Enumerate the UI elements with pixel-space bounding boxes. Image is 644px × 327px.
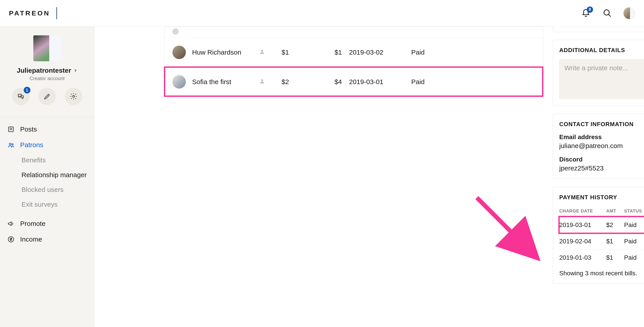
payment-row: 2019-02-04 $1 Paid REFUND [559,233,644,250]
patron-date: 2019-03-02 [349,48,400,56]
nav-blocked-users[interactable]: Blocked users [0,182,94,197]
search-icon [603,9,612,18]
payment-history-footer: Showing 3 most recent bills. [559,266,644,277]
account-avatar[interactable] [624,8,635,19]
svg-point-6 [9,143,11,145]
table-row[interactable]: Huw Richardson $1 $1 2019-03-02 Paid [164,37,543,67]
discord-value: jperez25#5523 [559,164,644,172]
patron-lifetime: $4 [326,78,342,86]
nav-benefits[interactable]: Benefits [0,153,94,168]
patron-avatar [172,46,186,59]
details-card-fragment [553,26,644,32]
nav-relationship-manager[interactable]: Relationship manager [0,168,94,182]
edit-button[interactable] [38,88,56,105]
sidebar-profile: Juliepatrontester Creator account 1 [0,35,94,110]
search-button[interactable] [602,8,613,18]
svg-point-10 [261,79,263,81]
email-label: Email address [559,134,602,141]
ph-amt: $2 [606,222,624,228]
nav-patrons-label: Patrons [20,141,43,149]
ph-status: Paid [624,254,644,261]
main: Huw Richardson $1 $1 2019-03-02 Paid Sof… [94,26,644,327]
brand[interactable]: PATREON [9,7,57,19]
ph-amt: $1 [606,254,624,261]
sidebar: Juliepatrontester Creator account 1 P [0,26,94,327]
patron-status: Paid [411,78,425,86]
settings-button[interactable] [65,88,82,105]
chat-badge: 1 [24,87,30,94]
patrons-icon [7,141,15,148]
ph-col-date: CHARGE DATE [559,208,606,214]
brand-divider [56,7,57,19]
details-panel: ADDITIONAL DETAILS Write a private note.… [553,40,644,284]
brand-word: PATREON [9,10,50,17]
gear-icon [70,92,77,100]
nav-promote[interactable]: Promote [0,216,94,232]
nav-posts[interactable]: Posts [0,122,94,137]
patron-avatar [172,28,179,35]
additional-details-card: ADDITIONAL DETAILS Write a private note.… [553,40,644,106]
notifications-badge: 8 [587,6,593,13]
ph-status: Paid [624,222,644,228]
nav-exit-surveys[interactable]: Exit surveys [0,197,94,212]
svg-point-0 [604,10,609,15]
creator-thumbnail[interactable] [33,35,61,61]
patron-lifetime: $1 [326,48,342,56]
profile-actions: 1 [12,88,82,105]
payment-row: 2019-03-01 $2 Paid REFUND [559,217,644,233]
ph-col-status: STATUS [624,208,644,214]
patron-pledge: $1 [282,48,326,56]
nav-income-label: Income [20,236,42,243]
person-icon [259,48,282,56]
megaphone-icon [7,220,15,227]
additional-details-title: ADDITIONAL DETAILS [559,47,644,54]
ph-col-amt: AMT [606,208,624,214]
patron-table: Huw Richardson $1 $1 2019-03-02 Paid Sof… [164,26,543,96]
payment-history-title: PAYMENT HISTORY [559,194,644,201]
patron-avatar [172,75,186,88]
topbar-right: 8 [580,8,635,19]
contact-info-title: CONTACT INFORMATION [559,121,644,128]
contact-info-card: CONTACT INFORMATION Email address COPY j… [553,114,644,179]
contact-discord-block: Discord COPY jperez25#5523 [559,156,644,172]
chat-icon [17,92,24,100]
svg-point-7 [12,144,13,145]
ph-status: Paid [624,238,644,245]
creator-subtitle: Creator account [30,76,64,82]
patron-date: 2019-03-01 [349,78,400,86]
nav-patrons[interactable]: Patrons [0,137,94,153]
payment-history-card: PAYMENT HISTORY CHARGE DATE AMT STATUS 2… [553,187,644,284]
chat-button[interactable]: 1 [12,88,30,105]
ph-date: 2019-03-01 [559,222,606,228]
nav-posts-label: Posts [20,126,37,133]
table-row-selected[interactable]: Sofia the first $2 $4 2019-03-01 Paid [164,67,543,96]
email-value: juliane@patreon.com [559,142,644,150]
topbar: PATREON 8 [0,0,644,26]
payment-history-header: CHARGE DATE AMT STATUS [559,207,644,217]
creator-name: Juliepatrontester [17,67,71,74]
patron-status: Paid [411,48,425,56]
contact-email-block: Email address COPY juliane@patreon.com [559,134,644,150]
discord-label: Discord [559,156,582,163]
private-note-placeholder: Write a private note... [564,64,628,72]
svg-line-11 [477,198,528,249]
creator-name-button[interactable]: Juliepatrontester [17,67,77,74]
person-icon [259,78,282,86]
svg-point-2 [72,96,74,98]
annotation-arrow [471,192,543,264]
nav-income[interactable]: Income [0,232,94,247]
patron-name: Huw Richardson [192,48,259,56]
patron-name: Sofia the first [192,78,259,86]
nav-promote-label: Promote [20,220,46,228]
notifications-button[interactable]: 8 [580,8,591,18]
ph-date: 2019-02-04 [559,238,606,245]
dollar-icon [7,236,15,243]
private-note-input[interactable]: Write a private note... [559,60,644,99]
ph-date: 2019-01-03 [559,254,606,261]
table-row-fragment[interactable] [164,26,543,37]
ph-amt: $1 [606,238,624,245]
svg-line-1 [608,14,611,16]
svg-point-9 [261,50,263,52]
sidebar-separator [0,117,94,118]
posts-icon [7,126,15,133]
